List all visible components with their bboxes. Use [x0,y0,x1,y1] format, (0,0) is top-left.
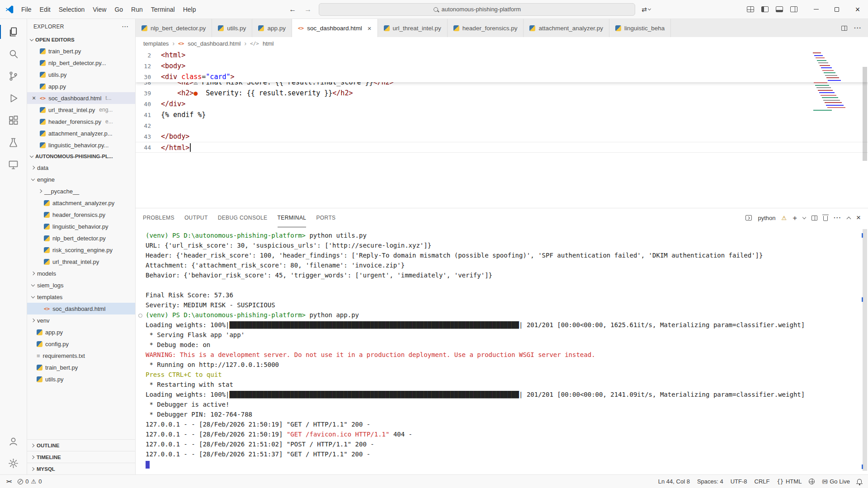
command-center-search[interactable]: autonomous-phishing-platform [319,3,635,16]
sidebar-section-mysql[interactable]: MYSQL [27,463,135,474]
restore-button[interactable] [826,0,847,19]
tab-app.py[interactable]: app.py [252,19,292,37]
activity-account[interactable] [0,430,27,452]
activity-extensions[interactable] [0,109,27,131]
tree-item[interactable]: siem_logs [27,279,135,291]
activity-search[interactable] [0,43,27,65]
open-editor-item[interactable]: linguistic_behavior.py... [27,139,135,151]
toggle-panel-icon[interactable] [776,6,783,12]
tab-url_threat_intel.py[interactable]: url_threat_intel.py [378,19,448,37]
activity-remote-explorer[interactable] [0,154,27,176]
open-editor-item[interactable]: attachment_analyzer.p... [27,127,135,139]
tree-item[interactable]: config.py [27,338,135,350]
panel-tab-output[interactable]: OUTPUT [184,208,208,227]
menu-selection[interactable]: Selection [55,4,89,15]
editor[interactable]: 2<html>12<body>30<div class="card"> 38 <… [136,50,868,208]
close-tab-icon[interactable]: × [368,24,372,32]
editor-more-actions-icon[interactable]: ··· [854,24,862,32]
back-button[interactable]: ← [288,5,297,14]
panel-tab-ports[interactable]: PORTS [316,208,335,227]
tree-item[interactable]: risk_scoring_engine.py [27,244,135,256]
open-editor-item[interactable]: nlp_bert_detector.py... [27,57,135,69]
activity-source-control[interactable] [0,65,27,87]
close-icon[interactable]: × [31,94,37,102]
browser-preview[interactable] [809,479,815,484]
split-editor-icon[interactable] [841,26,847,31]
close-button[interactable]: × [847,0,868,19]
minimize-button[interactable] [806,0,826,19]
terminal-scrollbar[interactable] [862,228,868,474]
shell-label[interactable]: python [758,215,775,221]
open-editor-item[interactable]: app.py [27,80,135,92]
cursor-position[interactable]: Ln 44, Col 8 [658,478,690,485]
open-editor-item[interactable]: ×<>soc_dashboard.htmlt... [27,92,135,104]
tree-item[interactable]: train_bert.py [27,361,135,373]
customize-layout-icon[interactable] [747,6,754,12]
tree-item[interactable]: linguistic_behavior.py [27,221,135,232]
panel-tab-debug-console[interactable]: DEBUG CONSOLE [218,208,268,227]
menu-file[interactable]: File [17,4,36,15]
indentation[interactable]: Spaces: 4 [697,478,723,485]
project-header[interactable]: AUTONOMOUS-PHISHING-PL... [27,151,135,162]
menu-view[interactable]: View [89,4,110,15]
menu-go[interactable]: Go [110,4,127,15]
tab-header_forensics.py[interactable]: header_forensics.py [448,19,524,37]
session-dropdown[interactable]: ⇄ [642,6,651,13]
menu-help[interactable]: Help [179,4,200,15]
problems-indicator[interactable]: 0 ⚠ 0 [18,478,42,485]
toggle-secondary-sidebar-icon[interactable] [790,6,797,12]
scrollbar-thumb[interactable] [863,67,867,161]
tab-utils.py[interactable]: utils.py [212,19,252,37]
tree-item[interactable]: ≡requirements.txt [27,350,135,361]
panel-more-actions-icon[interactable]: ··· [834,214,841,221]
breadcrumb-item[interactable]: html [263,40,274,47]
tree-item[interactable]: venv [27,314,135,326]
tree-item[interactable]: models [27,267,135,279]
tree-item[interactable]: url_threat_intel.py [27,256,135,267]
tree-item[interactable]: engine [27,174,135,185]
activity-explorer[interactable] [0,21,27,43]
tab-attachment_analyzer.py[interactable]: attachment_analyzer.py [524,19,609,37]
go-live[interactable]: ((•))Go Live [822,478,850,485]
terminal-dropdown-icon[interactable] [802,215,806,219]
tree-item[interactable]: nlp_bert_detector.py [27,232,135,244]
tab-linguistic_beha[interactable]: linguistic_beha [609,19,671,37]
sidebar-section-timeline[interactable]: TIMELINE [27,451,135,463]
open-editor-item[interactable]: train_bert.py [27,45,135,57]
menu-terminal[interactable]: Terminal [147,4,179,15]
encoding[interactable]: UTF-8 [731,478,747,485]
tree-item[interactable]: __pycache__ [27,185,135,197]
tree-item[interactable]: <>soc_dashboard.html [27,303,135,314]
explorer-more-actions-icon[interactable]: ··· [122,23,129,30]
open-editors-header[interactable]: OPEN EDITORS [27,34,135,45]
toggle-primary-sidebar-icon[interactable] [761,6,769,12]
maximize-panel-icon[interactable] [847,216,851,221]
remote-indicator[interactable]: >< [6,479,11,484]
close-panel-icon[interactable]: × [856,213,861,222]
menu-run[interactable]: Run [127,4,147,15]
open-editor-item[interactable]: url_threat_intel.pyeng... [27,104,135,116]
forward-button[interactable]: → [303,5,312,14]
eol[interactable]: CRLF [755,478,770,485]
tree-item[interactable]: header_forensics.py [27,209,135,221]
activity-testing[interactable] [0,131,27,154]
tree-item[interactable]: attachment_analyzer.py [27,197,135,209]
activity-run-debug[interactable] [0,87,27,109]
tab-nlp_bert_detector.py[interactable]: nlp_bert_detector.py [136,19,212,37]
tree-item[interactable]: app.py [27,326,135,338]
panel-tab-problems[interactable]: PROBLEMS [143,208,175,227]
minimap[interactable] [811,51,861,119]
tree-item[interactable]: templates [27,291,135,303]
open-editor-item[interactable]: utils.py [27,69,135,80]
breadcrumb-item[interactable]: soc_dashboard.html [188,40,241,47]
sidebar-section-outline[interactable]: OUTLINE [27,439,135,451]
activity-settings[interactable] [0,452,27,474]
notifications[interactable] [857,480,862,483]
new-terminal-icon[interactable]: + [793,214,797,222]
tree-item[interactable]: data [27,162,135,174]
menu-edit[interactable]: Edit [36,4,55,15]
tab-soc_dashboard.html[interactable]: <>soc_dashboard.html× [292,19,378,37]
kill-terminal-icon[interactable] [823,216,828,221]
language-mode[interactable]: {}HTML [777,478,802,485]
open-editor-item[interactable]: header_forensics.pye... [27,116,135,127]
